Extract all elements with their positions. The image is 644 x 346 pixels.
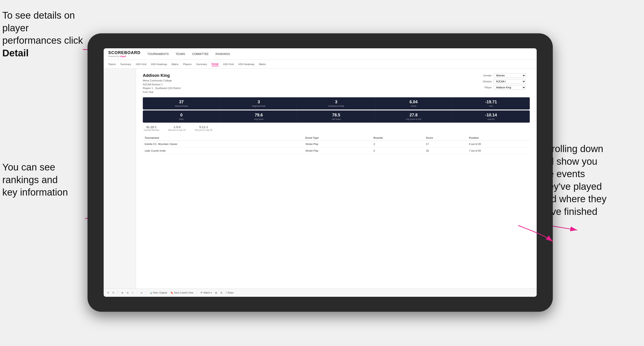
stat-wins: 0 Wins <box>143 110 220 123</box>
row2-tournament: Lady Coyote Invite <box>143 148 289 154</box>
filter-division-row: Division NJCAA I <box>479 79 530 84</box>
sub-nav: Teams Summary H2H Grid H2H Heatmap Matri… <box>104 60 537 69</box>
logo-clippd: clippd <box>120 55 126 57</box>
nav-items: TOURNAMENTS TEAMS COMMITTEE RANKINGS <box>148 51 230 57</box>
player-college: Mesa Community College <box>143 79 180 83</box>
stat-sos: -19.71 SoS <box>452 97 530 110</box>
tournament-table: Tournament Event Type Rounds Score Posit… <box>143 135 530 154</box>
stat-regional-rank: 3 Regional Rank <box>220 97 298 110</box>
filter-division-select[interactable]: NJCAA I <box>494 79 526 84</box>
toolbar-watch[interactable]: 👁 Watch ▾ <box>200 292 212 294</box>
stat-adj-score: 78.5 Adj Score <box>298 110 375 123</box>
subnav-h2h-grid2[interactable]: H2H Grid <box>223 62 234 66</box>
toolbar-redo[interactable]: ↻ <box>112 292 114 294</box>
toolbar-grid[interactable]: ⊞ <box>215 292 217 294</box>
tablet-screen: SCOREBOARD Powered by clippd TOURNAMENTS… <box>104 48 537 297</box>
table-row: Estella CC- Mountain Classic Stroke Play… <box>143 141 530 148</box>
nav-committee[interactable]: COMMITTEE <box>192 51 209 57</box>
stats-grid-row2: 0 Wins 79.6 Avg Score 78.5 Adj Score 27.… <box>143 110 530 123</box>
bottom-toolbar: ↺ ↻ ⊕ ⊖ □ ⊙ 📊 View: Original 🔖 Save Cust… <box>104 289 537 297</box>
filter-division-label: Division <box>479 80 492 83</box>
record-top50: 5-11-1 Record vs top 50 <box>195 125 212 131</box>
filter-gender-row: Gender Women <box>479 73 530 78</box>
toolbar-save-custom[interactable]: 🔖 Save Custom View <box>170 292 193 294</box>
filter-player-select[interactable]: Addison King <box>494 85 526 90</box>
nav-rankings[interactable]: RANKINGS <box>216 51 230 57</box>
toolbar-collapse[interactable]: ⊟ <box>220 292 222 294</box>
player-filters: Gender Women Division NJCAA I <box>479 73 530 90</box>
filter-player-row: Player Addison King <box>479 85 530 90</box>
stat-conference-rank: 3 Conference Rank <box>298 97 375 110</box>
toolbar-divider-1 <box>118 291 118 295</box>
main-content: Addison King Mesa Community College NJCA… <box>104 69 537 289</box>
subnav-summary2[interactable]: Summary <box>196 62 207 66</box>
nav-teams[interactable]: TEAMS <box>176 51 185 57</box>
col-event-type: Event Type <box>304 135 372 141</box>
annotation-top-left: To see details on player performances cl… <box>2 9 90 59</box>
subnav-detail[interactable]: Detail <box>212 62 218 66</box>
stat-avg-score-par: 27.8 Avg Score to Par <box>375 110 452 123</box>
record-overall: 91-20-1 Overall Record <box>144 125 159 131</box>
stats-grid-row1: 37 National Rank 3 Regional Rank 3 Confe… <box>143 97 530 110</box>
col-empty <box>289 135 304 141</box>
col-position: Position <box>467 135 530 141</box>
col-tournament: Tournament <box>143 135 289 141</box>
player-region: Region 1 - Southwest (18) District <box>143 86 180 90</box>
row1-event-type: Stroke Play <box>304 141 372 148</box>
right-panel: Addison King Mesa Community College NJCA… <box>136 69 537 289</box>
subnav-matrix[interactable]: Matrix <box>172 62 178 66</box>
row2-empty <box>289 148 304 154</box>
subnav-matrix2[interactable]: Matrix <box>259 62 266 66</box>
subnav-h2h-grid[interactable]: H2H Grid <box>136 62 146 66</box>
toolbar-share[interactable]: ⤴ Share <box>226 292 234 294</box>
filter-gender-select[interactable]: Women <box>494 73 526 78</box>
annotation-bottom-left: You can see rankings and key information <box>2 161 90 199</box>
annotation-detail-bold: Detail <box>2 48 28 58</box>
annotation-bl-3: key information <box>2 187 68 198</box>
subnav-summary[interactable]: Summary <box>120 62 131 66</box>
left-panel <box>104 69 136 289</box>
row1-position: 4 out of 20 <box>467 141 530 148</box>
row2-position: 7 out of 20 <box>467 148 530 154</box>
toolbar-divider-4 <box>197 291 197 295</box>
row2-rounds: 2 <box>372 148 424 154</box>
toolbar-undo[interactable]: ↺ <box>107 292 109 294</box>
toolbar-fit[interactable]: □ <box>132 292 133 294</box>
row1-empty <box>289 141 304 148</box>
toolbar-view-original[interactable]: 📊 View: Original <box>150 292 167 294</box>
player-name: Addison King <box>143 73 180 78</box>
subnav-teams[interactable]: Teams <box>108 62 116 66</box>
row2-event-type: Stroke Play <box>304 148 372 154</box>
stat-national-rank: 37 National Rank <box>143 97 220 110</box>
logo-powered: Powered by clippd <box>108 55 140 57</box>
filter-gender-label: Gender <box>479 74 492 77</box>
annotation-bl-2: rankings and <box>2 174 58 185</box>
toolbar-clock[interactable]: ⊙ <box>140 292 142 294</box>
logo-scoreboard: SCOREBOARD <box>108 50 140 55</box>
subnav-h2h-heatmap2[interactable]: H2H Heatmap <box>238 62 254 66</box>
toolbar-divider-2 <box>137 291 137 295</box>
table-row: Lady Coyote Invite Stroke Play 2 16 7 ou… <box>143 148 530 154</box>
player-year: First Year <box>143 90 180 94</box>
stat-points: 6.04 Points <box>375 97 452 110</box>
top-nav: SCOREBOARD Powered by clippd TOURNAMENTS… <box>104 48 537 60</box>
subnav-h2h-heatmap[interactable]: H2H Heatmap <box>151 62 167 66</box>
col-rounds: Rounds <box>372 135 424 141</box>
tablet-frame: SCOREBOARD Powered by clippd TOURNAMENTS… <box>88 33 553 312</box>
toolbar-zoom-out[interactable]: ⊖ <box>127 292 128 294</box>
row2-score: 16 <box>424 148 467 154</box>
annotation-right: Scrolling down will show you the events … <box>540 143 642 218</box>
player-header: Addison King Mesa Community College NJCA… <box>143 73 530 94</box>
arrow-events-svg <box>516 221 562 255</box>
player-info: Addison King Mesa Community College NJCA… <box>143 73 180 94</box>
row1-score: 17 <box>424 141 467 148</box>
records-row: 91-20-1 Overall Record 1-5-0 Record vs t… <box>143 125 530 131</box>
toolbar-zoom-in[interactable]: ⊕ <box>122 292 123 294</box>
record-top25: 1-5-0 Record vs top 25 <box>168 125 186 131</box>
filter-player-label: Player <box>479 86 492 89</box>
nav-tournaments[interactable]: TOURNAMENTS <box>148 51 168 57</box>
subnav-players[interactable]: Players <box>183 62 192 66</box>
player-division: NJCAA Division 1 <box>143 83 180 86</box>
logo-area: SCOREBOARD Powered by clippd <box>108 50 140 57</box>
stat-avg-score: 79.6 Avg Score <box>220 110 298 123</box>
